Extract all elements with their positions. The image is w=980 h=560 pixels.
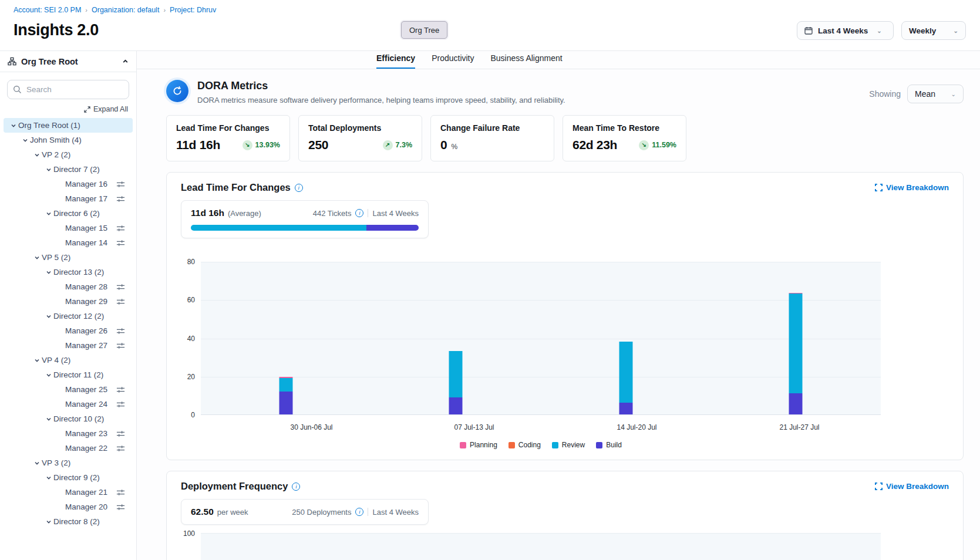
filter-icon[interactable]: [116, 239, 125, 247]
metric-card-value-row: 11d 16h↘13.93%: [176, 138, 280, 152]
chevron-down-icon[interactable]: [43, 167, 53, 173]
breadcrumb-link[interactable]: Project: Dhruv: [170, 6, 216, 14]
tree-item[interactable]: Director 7 (2): [4, 162, 133, 177]
tree-item[interactable]: Manager 25: [4, 382, 133, 397]
filter-icon[interactable]: [116, 489, 125, 496]
breadcrumb-link[interactable]: Account: SEI 2.0 PM: [14, 6, 81, 14]
info-icon[interactable]: i: [355, 209, 363, 217]
showing-select[interactable]: Mean ⌄: [907, 85, 964, 103]
bar-segment-review[interactable]: [279, 378, 292, 392]
tree-item[interactable]: Manager 16: [4, 177, 133, 191]
tree-item[interactable]: VP 2 (2): [4, 147, 133, 162]
tree-item[interactable]: VP 4 (2): [4, 353, 133, 367]
tree-item[interactable]: Manager 14: [4, 235, 133, 250]
tree-item[interactable]: Manager 15: [4, 221, 133, 235]
tree-item[interactable]: Manager 29: [4, 294, 133, 309]
filter-icon[interactable]: [116, 401, 125, 408]
sidebar-header[interactable]: Org Tree Root: [0, 51, 136, 72]
tree-item[interactable]: Manager 17: [4, 191, 133, 206]
chevron-down-icon[interactable]: [32, 460, 42, 466]
filter-icon[interactable]: [116, 386, 125, 393]
chevron-down-icon[interactable]: [32, 255, 42, 261]
bar-segment-review[interactable]: [789, 294, 803, 393]
stacked-bar[interactable]: [789, 293, 803, 414]
tree-item[interactable]: Director 9 (2): [4, 470, 133, 485]
tree-item[interactable]: John Smith (4): [4, 133, 133, 147]
filter-icon[interactable]: [116, 504, 125, 511]
chevron-down-icon: ⌄: [954, 28, 958, 34]
chevron-up-icon[interactable]: [122, 58, 129, 65]
stacked-bar[interactable]: [619, 342, 632, 414]
legend-item-build[interactable]: Build: [596, 441, 622, 449]
filter-icon[interactable]: [116, 430, 125, 437]
info-icon[interactable]: i: [355, 508, 363, 516]
tree-item-label: Manager 24: [65, 400, 107, 409]
filter-icon[interactable]: [116, 284, 125, 291]
tab-productivity[interactable]: Productivity: [432, 53, 474, 69]
lead-time-view-breakdown-link[interactable]: View Breakdown: [875, 183, 949, 192]
info-icon[interactable]: i: [292, 483, 300, 491]
breadcrumb-link[interactable]: Organization: default: [92, 6, 159, 14]
info-icon[interactable]: i: [295, 184, 303, 192]
bar-segment-review[interactable]: [449, 351, 463, 397]
filter-icon[interactable]: [116, 298, 125, 305]
expand-all-button[interactable]: Expand All: [0, 102, 136, 118]
tree-item[interactable]: Manager 27: [4, 338, 133, 353]
chevron-down-icon[interactable]: [32, 152, 42, 158]
chevron-down-icon[interactable]: [32, 357, 42, 363]
tree-item[interactable]: Manager 20: [4, 500, 133, 514]
org-tree-button[interactable]: Org Tree: [401, 21, 447, 39]
deployment-view-breakdown-link[interactable]: View Breakdown: [875, 482, 949, 491]
legend-item-coding[interactable]: Coding: [508, 441, 541, 449]
tree-item[interactable]: Manager 22: [4, 441, 133, 456]
tree-item[interactable]: Manager 23: [4, 426, 133, 441]
tree-item[interactable]: Director 6 (2): [4, 206, 133, 221]
search-input[interactable]: [7, 80, 129, 99]
date-range-select[interactable]: Last 4 Weeks ⌄: [797, 21, 894, 40]
tree-item[interactable]: Manager 21: [4, 485, 133, 500]
tree-item[interactable]: Manager 26: [4, 323, 133, 338]
tree-item[interactable]: VP 5 (2): [4, 250, 133, 265]
bar-segment-build[interactable]: [449, 397, 463, 414]
chevron-down-icon[interactable]: [43, 211, 53, 217]
chevron-down-icon[interactable]: [43, 269, 53, 275]
filter-icon[interactable]: [116, 342, 125, 349]
bar-segment-review[interactable]: [619, 342, 632, 403]
chevron-down-icon[interactable]: [8, 123, 18, 129]
tree-item[interactable]: Director 8 (2): [4, 514, 133, 529]
chevron-down-icon[interactable]: [20, 137, 30, 143]
tree-item[interactable]: Director 11 (2): [4, 367, 133, 382]
bar-segment-build[interactable]: [789, 393, 803, 414]
tree-item[interactable]: Manager 24: [4, 397, 133, 411]
filter-icon[interactable]: [116, 181, 125, 188]
tree-item[interactable]: Manager 28: [4, 279, 133, 294]
chevron-down-icon[interactable]: [43, 313, 53, 319]
tree-item[interactable]: Director 12 (2): [4, 309, 133, 323]
chevron-down-icon[interactable]: [43, 519, 53, 525]
legend-item-review[interactable]: Review: [552, 441, 585, 449]
tree-item[interactable]: VP 3 (2): [4, 456, 133, 470]
bar-segment-build[interactable]: [619, 403, 632, 414]
metric-card-value: 62d 23h: [572, 138, 617, 152]
chevron-down-icon[interactable]: [43, 475, 53, 481]
stacked-bar[interactable]: [449, 351, 463, 414]
breadcrumb-separator-icon: ›: [85, 6, 87, 14]
chevron-down-icon[interactable]: [43, 372, 53, 378]
tree-item-label: Manager 26: [65, 326, 107, 335]
tree-item[interactable]: Org Tree Root (1): [4, 118, 133, 133]
filter-icon[interactable]: [116, 445, 125, 452]
tree-item[interactable]: Director 13 (2): [4, 265, 133, 279]
chevron-down-icon[interactable]: [43, 416, 53, 422]
filter-icon[interactable]: [116, 195, 125, 203]
bar-segment-build[interactable]: [279, 392, 292, 414]
tickets-count: 442 Tickets: [313, 209, 352, 218]
filter-icon[interactable]: [116, 225, 125, 232]
tree-item[interactable]: Director 10 (2): [4, 411, 133, 426]
legend-item-planning[interactable]: Planning: [460, 441, 497, 449]
stacked-bar[interactable]: [279, 377, 292, 414]
granularity-select[interactable]: Weekly ⌄: [901, 21, 966, 40]
filter-icon[interactable]: [116, 328, 125, 335]
legend-label: Coding: [518, 441, 541, 449]
tab-business-alignment[interactable]: Business Alignment: [491, 53, 563, 69]
tab-efficiency[interactable]: Efficiency: [376, 53, 415, 69]
